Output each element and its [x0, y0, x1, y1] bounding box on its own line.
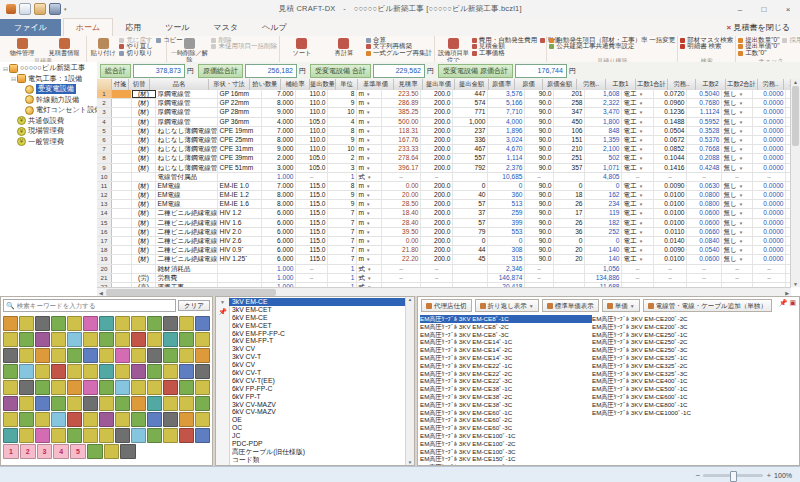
- cable-type-item[interactable]: 高圧ケーブル(旧仕様版): [229, 448, 406, 456]
- tab-ホーム[interactable]: ホーム: [63, 18, 113, 36]
- chevron-down-icon[interactable]: ▼: [739, 221, 743, 226]
- zoom-slider-thumb[interactable]: [730, 471, 737, 482]
- part-icon[interactable]: [195, 380, 210, 395]
- chevron-down-icon[interactable]: ▼: [739, 147, 743, 152]
- grid-cell[interactable]: 286.89: [382, 99, 421, 107]
- grid-cell[interactable]: HIV 1.2: [218, 209, 262, 217]
- part-icon[interactable]: [131, 428, 146, 443]
- part-icon[interactable]: [147, 428, 162, 443]
- grid-cell[interactable]: 8.000: [262, 136, 296, 144]
- grid-cell[interactable]: 無し▼: [722, 154, 753, 162]
- cable-size-item[interactable]: EM高圧ｹｰﾌﾞﾙ 3KV EM-CE8ﾟ-2C: [420, 323, 592, 331]
- grid-cell[interactable]: 1.000: [262, 173, 296, 181]
- grid-cell[interactable]: 110.0: [296, 136, 328, 144]
- grid-cell[interactable]: 0.0100: [654, 255, 687, 263]
- column-header-切替[interactable]: 切替: [129, 79, 150, 90]
- ribbon-button[interactable]: 工事価格: [472, 50, 538, 57]
- part-icon[interactable]: [67, 396, 82, 411]
- tab-ヘルプ[interactable]: ヘルプ: [250, 19, 299, 36]
- grid-cell[interactable]: 二種ビニル絶縁電線: [156, 209, 218, 217]
- grid-cell[interactable]: [218, 173, 262, 181]
- ribbon-button[interactable]: 未使用項目一括削除: [211, 44, 277, 51]
- grid-cell[interactable]: 無し▼: [722, 99, 753, 107]
- grid-cell[interactable]: 200.0: [421, 136, 453, 144]
- cable-size-item[interactable]: EM高圧ｹｰﾌﾞﾙ 3KV EM-CE60ﾟ-1C: [420, 409, 592, 417]
- grid-cell[interactable]: –: [421, 265, 453, 273]
- grid-cell[interactable]: 0.0000: [753, 255, 786, 263]
- tree-item-共通仮設費[interactable]: ¥共通仮設費: [0, 116, 97, 127]
- grid-cell[interactable]: 115.0: [296, 246, 328, 254]
- grid-cell[interactable]: 237: [453, 127, 488, 135]
- grid-cell[interactable]: 0.0100: [654, 200, 687, 208]
- chevron-down-icon[interactable]: ▼: [639, 166, 643, 171]
- grid-cell[interactable]: 234: [585, 200, 622, 208]
- grid-cell[interactable]: 115.0: [296, 228, 328, 236]
- part-icon[interactable]: [19, 412, 34, 427]
- grid-cell[interactable]: 151: [554, 136, 585, 144]
- grid-cell[interactable]: 200.0: [421, 127, 453, 135]
- save-icon[interactable]: [49, 3, 61, 15]
- grid-cell[interactable]: –: [753, 274, 786, 282]
- grid-cell[interactable]: 200.0: [421, 182, 453, 190]
- grid-cell[interactable]: 電工▼: [622, 228, 654, 236]
- grid-cell[interactable]: 電工▼: [622, 108, 654, 116]
- clear-button[interactable]: クリア: [178, 300, 210, 311]
- part-icon[interactable]: [104, 444, 120, 459]
- grid-cell[interactable]: 20.00: [382, 191, 421, 199]
- part-icon[interactable]: [67, 316, 82, 331]
- grid-cell[interactable]: 9: [328, 136, 357, 144]
- grid-cell[interactable]: [112, 246, 132, 254]
- column-header-見積率[interactable]: 見積率: [394, 79, 423, 90]
- row-number[interactable]: 10: [97, 173, 112, 181]
- grid-cell[interactable]: 1,000: [453, 118, 488, 126]
- row-number[interactable]: 14: [97, 209, 112, 217]
- grid-cell[interactable]: 574: [453, 99, 488, 107]
- grid-cell[interactable]: 0.00: [382, 237, 421, 245]
- grid-cell[interactable]: 0.0600: [687, 209, 722, 217]
- cable-size-item[interactable]: EM高圧ｹｰﾌﾞﾙ 3KV EM-CE100ﾟ-2C: [420, 440, 592, 448]
- grid-cell[interactable]: 18.40: [382, 209, 421, 217]
- row-number[interactable]: 8: [97, 154, 112, 162]
- part-icon[interactable]: [35, 316, 50, 331]
- part-icon[interactable]: [3, 428, 18, 443]
- grid-cell[interactable]: 258: [554, 99, 585, 107]
- chevron-down-icon[interactable]: ▼: [639, 138, 643, 143]
- grid-cell[interactable]: 0.0000: [753, 209, 786, 217]
- grid-cell[interactable]: [112, 191, 132, 199]
- part-icon[interactable]: [67, 348, 82, 363]
- grid-cell[interactable]: 7.000: [262, 90, 296, 98]
- chevron-down-icon[interactable]: ▼: [366, 120, 370, 125]
- horizontal-scroll-thumb[interactable]: [106, 289, 276, 296]
- grid-cell[interactable]: –: [722, 274, 753, 282]
- cable-type-item[interactable]: OE: [229, 416, 406, 424]
- grid-cell[interactable]: 電工▼: [622, 182, 654, 190]
- grid-cell[interactable]: 146,874: [488, 274, 525, 282]
- grid-cell[interactable]: 無し▼: [722, 209, 753, 217]
- ribbon-button[interactable]: 元に戻す: [119, 37, 152, 44]
- grid-cell[interactable]: 0.0100: [654, 209, 687, 217]
- grid-cell[interactable]: 90.0: [525, 200, 554, 208]
- grid-cell[interactable]: 2.000: [262, 154, 296, 162]
- grid-cell[interactable]: 0.5376: [687, 136, 722, 144]
- grid-cell[interactable]: 0.0100: [654, 191, 687, 199]
- grid-cell[interactable]: EM電線: [156, 200, 218, 208]
- row-number[interactable]: 2: [97, 99, 112, 107]
- grid-cell[interactable]: 0.00: [382, 182, 421, 190]
- panel-close-icon[interactable]: ▣: [789, 299, 796, 307]
- grid-cell[interactable]: 110.0: [296, 99, 328, 107]
- grid-cell[interactable]: m▼: [357, 191, 382, 199]
- grid-cell[interactable]: [112, 145, 132, 153]
- chevron-down-icon[interactable]: ▼: [639, 101, 643, 106]
- grid-cell[interactable]: 36: [554, 228, 585, 236]
- grid-cell[interactable]: 0.0960: [654, 99, 687, 107]
- toolbar-chip-標準単価表示[interactable]: 標準単価表示: [542, 299, 599, 312]
- grid-cell[interactable]: 110.0: [296, 127, 328, 135]
- grid-cell[interactable]: 0.0720: [654, 90, 687, 98]
- column-header-労務..[interactable]: 労務..: [758, 79, 784, 90]
- grid-cell[interactable]: 0.0000: [753, 228, 786, 236]
- grid-cell[interactable]: m▼: [357, 118, 382, 126]
- grid-cell[interactable]: 2,100: [585, 145, 622, 153]
- ribbon-button[interactable]: 見積書情報: [44, 37, 84, 57]
- grid-cell[interactable]: [112, 136, 132, 144]
- cable-size-item[interactable]: EM高圧ｹｰﾌﾞﾙ 3KV EM-CE60ﾟ-2C: [420, 416, 592, 424]
